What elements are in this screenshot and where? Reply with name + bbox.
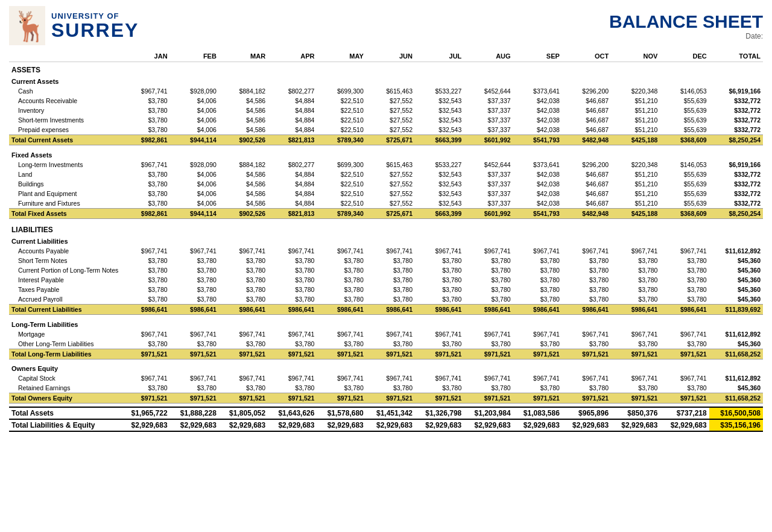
toe-label: Total Owners Equity <box>9 393 121 404</box>
land-label: Land <box>9 169 121 179</box>
taxes-payable-row: Taxes Payable $3,780$3,780$3,780$3,780$3… <box>9 285 763 294</box>
university-logo-icon: 🦌 <box>9 6 45 45</box>
col-dec: DEC <box>660 51 709 62</box>
col-feb: FEB <box>170 51 219 62</box>
cash-jan: $967,741 <box>121 86 169 96</box>
total-liabilities-equity-row: Total Liabilities & Equity $2,929,683$2,… <box>9 419 763 431</box>
total-lt-liabilities-row: Total Long-Term Liabilities $971,521$971… <box>9 349 763 359</box>
col-apr: APR <box>268 51 317 62</box>
col-aug: AUG <box>464 51 513 62</box>
other-lt-liabilities-row: Other Long-Term Liabilities $3,780$3,780… <box>9 339 763 349</box>
tfa-label: Total Fixed Assets <box>9 208 121 218</box>
col-label <box>9 51 121 62</box>
lt-liabilities-header: Long-Term Liabilities <box>9 318 763 329</box>
buildings-label: Buildings <box>9 179 121 189</box>
accrued-payroll-row: Accrued Payroll $3,780$3,780$3,780$3,780… <box>9 294 763 305</box>
furniture-fixtures-row: Furniture and Fixtures $3,780$4,006$4,58… <box>9 198 763 209</box>
column-header-row: JAN FEB MAR APR MAY JUN JUL AUG SEP OCT … <box>9 51 763 62</box>
accounts-payable-row: Accounts Payable $967,741$967,741$967,74… <box>9 246 763 256</box>
apayroll-label: Accrued Payroll <box>9 294 121 305</box>
tca-label: Total Current Assets <box>9 135 121 145</box>
current-portion-ltn-row: Current Portion of Long-Term Notes $3,78… <box>9 265 763 275</box>
tle-total: $35,156,196 <box>709 419 763 431</box>
long-term-investments-row: Long-term Investments $967,741$928,090$8… <box>9 160 763 169</box>
cash-oct: $296,200 <box>562 86 611 96</box>
capital-stock-row: Capital Stock $967,741$967,741$967,741$9… <box>9 373 763 383</box>
accounts-receivable-row: Accounts Receivable $3,780$4,006$4,586$4… <box>9 96 763 106</box>
svg-text:🦌: 🦌 <box>12 9 45 43</box>
inventory-row: Inventory $3,780$4,006$4,586$4,884$22,51… <box>9 106 763 115</box>
col-oct: OCT <box>562 51 611 62</box>
stn-label: Short Term Notes <box>9 256 121 265</box>
current-assets-header: Current Assets <box>9 75 763 86</box>
cash-jul: $533,227 <box>415 86 464 96</box>
page-title: BALANCE SHEET <box>609 11 763 32</box>
liabilities-section-header: LIABILITIES <box>9 222 763 235</box>
cash-dec: $146,053 <box>660 86 709 96</box>
ip-label: Interest Payable <box>9 275 121 285</box>
ar-jan: $3,780 <box>121 96 169 106</box>
page: 🦌 UNIVERSITY OF SURREY BALANCE SHEET Dat… <box>0 0 772 532</box>
tle-label: Total Liabilities & Equity <box>9 419 121 431</box>
cash-aug: $452,644 <box>464 86 513 96</box>
mortgage-label: Mortgage <box>9 329 121 339</box>
date-label: Date: <box>609 32 763 40</box>
logo-area: 🦌 UNIVERSITY OF SURREY <box>9 6 139 45</box>
col-jan: JAN <box>121 51 169 62</box>
ap-label: Accounts Payable <box>9 246 121 256</box>
pe-label: Plant and Equipment <box>9 189 121 198</box>
col-jun: JUN <box>366 51 415 62</box>
short-term-investments-row: Short-term Investments $3,780$4,006$4,58… <box>9 115 763 125</box>
cs-label: Capital Stock <box>9 373 121 383</box>
oltl-label: Other Long-Term Liabilities <box>9 339 121 349</box>
tcl-label: Total Current Liabilities <box>9 305 121 315</box>
ff-label: Furniture and Fixtures <box>9 198 121 209</box>
ta-label: Total Assets <box>9 407 121 419</box>
col-jul: JUL <box>415 51 464 62</box>
col-nov: NOV <box>611 51 660 62</box>
cash-row: Cash $967,741 $928,090 $884,182 $802,277… <box>9 86 763 96</box>
logo-text: UNIVERSITY OF SURREY <box>51 11 139 40</box>
tp-label: Taxes Payable <box>9 285 121 294</box>
owners-equity-header: Owners Equity <box>9 363 763 373</box>
cash-may: $699,300 <box>317 86 365 96</box>
cpltn-label: Current Portion of Long-Term Notes <box>9 265 121 275</box>
re-label: Retained Earnings <box>9 383 121 393</box>
land-row: Land $3,780$4,006$4,586$4,884$22,510$27,… <box>9 169 763 179</box>
sti-label: Short-term Investments <box>9 115 121 125</box>
cash-label: Cash <box>9 86 121 96</box>
col-mar: MAR <box>219 51 268 62</box>
header: 🦌 UNIVERSITY OF SURREY BALANCE SHEET Dat… <box>9 6 763 45</box>
total-fixed-assets-row: Total Fixed Assets $982,861$944,114$902,… <box>9 208 763 218</box>
mortgage-row: Mortgage $967,741$967,741$967,741$967,74… <box>9 329 763 339</box>
cash-mar: $884,182 <box>219 86 268 96</box>
col-sep: SEP <box>513 51 562 62</box>
cash-nov: $220,348 <box>611 86 660 96</box>
cash-apr: $802,277 <box>268 86 317 96</box>
tltl-label: Total Long-Term Liabilities <box>9 349 121 359</box>
prepaid-label: Prepaid expenses <box>9 125 121 135</box>
prepaid-expenses-row: Prepaid expenses $3,780$4,006$4,586$4,88… <box>9 125 763 135</box>
total-assets-row: Total Assets $1,965,722$1,888,228$1,805,… <box>9 407 763 419</box>
cash-jun: $615,463 <box>366 86 415 96</box>
buildings-row: Buildings $3,780$4,006$4,586$4,884$22,51… <box>9 179 763 189</box>
col-total: TOTAL <box>709 51 763 62</box>
lti-label: Long-term Investments <box>9 160 121 169</box>
total-current-assets-row: Total Current Assets $982,861$944,114$90… <box>9 135 763 145</box>
current-liabilities-header: Current Liabilities <box>9 235 763 246</box>
assets-section-header: ASSETS <box>9 62 763 76</box>
fixed-assets-header: Fixed Assets <box>9 149 763 160</box>
inventory-label: Inventory <box>9 106 121 115</box>
col-may: MAY <box>317 51 365 62</box>
balance-table: JAN FEB MAR APR MAY JUN JUL AUG SEP OCT … <box>9 51 763 432</box>
total-current-liabilities-row: Total Current Liabilities $986,641$986,6… <box>9 305 763 315</box>
ar-label: Accounts Receivable <box>9 96 121 106</box>
retained-earnings-row: Retained Earnings $3,780$3,780$3,780$3,7… <box>9 383 763 393</box>
plant-equipment-row: Plant and Equipment $3,780$4,006$4,586$4… <box>9 189 763 198</box>
ta-total: $16,500,508 <box>709 407 763 419</box>
cash-sep: $373,641 <box>513 86 562 96</box>
total-owners-equity-row: Total Owners Equity $971,521$971,521$971… <box>9 393 763 404</box>
interest-payable-row: Interest Payable $3,780$3,780$3,780$3,78… <box>9 275 763 285</box>
short-term-notes-row: Short Term Notes $3,780$3,780$3,780$3,78… <box>9 256 763 265</box>
surrey-line: SURREY <box>51 21 139 40</box>
